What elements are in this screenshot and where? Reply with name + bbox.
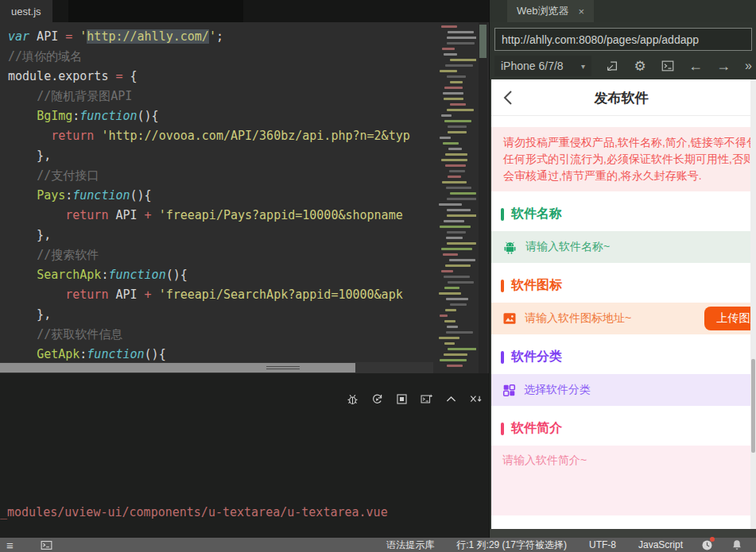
code-editor[interactable]: var API = 'http://ahlly.com/';//填你的域名mod…: [0, 22, 433, 362]
category-placeholder: 选择软件分类: [524, 383, 591, 397]
app-icon-placeholder: 请输入软件图标地址~: [525, 311, 631, 326]
editor-horizontal-scrollbar[interactable]: [0, 362, 433, 373]
intro-textarea[interactable]: 请输入软件简介~: [491, 446, 751, 515]
image-icon: [502, 311, 517, 326]
section-app-icon: 软件图标 请输入软件图标地址~ 上传图片: [491, 263, 751, 334]
section-bar: [501, 208, 504, 221]
category-select[interactable]: 选择软件分类: [491, 374, 751, 406]
app-name-input[interactable]: 请输入软件名称~: [491, 231, 751, 263]
terminal-icon[interactable]: [661, 59, 675, 73]
console-panel: _modules/uview-ui/components/u-textarea/…: [0, 373, 489, 538]
syntax-library-status[interactable]: 语法提示库: [386, 538, 434, 552]
section-label: 软件名称: [511, 206, 562, 222]
chevron-down-icon: ▾: [581, 62, 585, 71]
code-minimap[interactable]: [436, 25, 476, 370]
mobile-page: 发布软件 请勿投稿严重侵权产品,软件名称,简介,链接等不得包括任何形式的引流行为…: [491, 79, 751, 529]
android-icon: [502, 240, 518, 255]
editor-tab-label: uest.js: [11, 6, 41, 17]
device-selector-value: iPhone 6/7/8: [501, 60, 564, 72]
app-icon-url-input[interactable]: 请输入软件图标地址~ 上传图片: [491, 303, 751, 334]
preview-scrollbar[interactable]: [750, 79, 756, 529]
editor-tab-request-js[interactable]: uest.js: [0, 0, 52, 22]
editor-horizontal-scrollbar-thumb[interactable]: [0, 363, 355, 373]
language-mode-status[interactable]: JavaScript: [638, 539, 683, 550]
section-bar: [501, 351, 504, 364]
minimap-column: [433, 22, 489, 373]
restart-icon[interactable]: [370, 392, 384, 406]
collapse-panel-icon[interactable]: [444, 392, 458, 406]
close-console-icon[interactable]: [469, 392, 483, 406]
section-app-name: 软件名称 请输入软件名称~: [491, 191, 751, 263]
section-bar: [501, 423, 504, 435]
warning-notice: 请勿投稿严重侵权产品,软件名称,简介,链接等不得包括任何形式的引流行为,必须保证…: [491, 127, 751, 191]
code-text: var API = 'http://ahlly.com/';//填你的域名mod…: [0, 22, 433, 362]
console-line: _modules/uview-ui/components/u-textarea/…: [0, 502, 388, 523]
section-bar: [501, 280, 504, 292]
editor-pane: uest.js var API = 'http://ahlly.com/';//…: [0, 0, 489, 538]
settings-gear-icon[interactable]: ⚙: [633, 59, 647, 73]
section-app-intro: 软件简介 请输入软件简介~: [491, 406, 751, 515]
stop-icon[interactable]: [395, 392, 409, 406]
intro-placeholder: 请输入软件简介~: [502, 454, 587, 466]
hbuilderx-window: uest.js var API = 'http://ahlly.com/';//…: [0, 0, 756, 552]
forward-arrow-icon[interactable]: →: [716, 59, 731, 73]
notification-badge: [710, 537, 715, 542]
preview-scrollbar-thumb[interactable]: [751, 359, 755, 453]
app-name-placeholder: 请输入软件名称~: [525, 240, 610, 254]
open-external-window-icon[interactable]: [605, 59, 619, 73]
bell-icon[interactable]: [731, 538, 743, 551]
cursor-position-status[interactable]: 行:1 列:29 (17字符被选择): [456, 538, 567, 552]
more-tools-icon[interactable]: »: [745, 59, 752, 73]
section-app-screenshot: 软件截图: [491, 515, 751, 529]
debug-bug-icon[interactable]: [346, 392, 359, 406]
section-app-category: 软件分类 选择软件分类: [491, 334, 751, 406]
editor-vertical-scrollbar[interactable]: [479, 22, 487, 373]
page-preview: 发布软件 请勿投稿严重侵权产品,软件名称,简介,链接等不得包括任何形式的引流行为…: [491, 79, 751, 529]
outline-toggle-icon[interactable]: ≡: [6, 538, 14, 552]
scrollbar-grip: [266, 365, 300, 370]
back-arrow-icon[interactable]: ←: [688, 59, 703, 73]
upload-image-button[interactable]: 上传图片: [704, 307, 751, 330]
editor-vertical-scrollbar-thumb[interactable]: [479, 25, 487, 58]
browser-tab-label: Web浏览器: [517, 4, 569, 18]
page-title: 发布软件: [491, 79, 751, 116]
section-label: 软件分类: [511, 349, 562, 365]
browser-tabbar: Web浏览器 ×: [490, 0, 756, 22]
browser-tab[interactable]: Web浏览器 ×: [507, 0, 594, 22]
status-bar: ≡ 语法提示库 行:1 列:29 (17字符被选择) UTF-8 JavaScr…: [0, 538, 756, 552]
close-tab-icon[interactable]: ×: [579, 6, 585, 17]
section-label: 软件图标: [511, 277, 562, 294]
web-browser-pane: Web浏览器 × iPhone 6/7/8 ▾ ⚙ ←: [489, 0, 756, 538]
address-bar: [494, 28, 752, 51]
browser-toolbar: iPhone 6/7/8 ▾ ⚙ ← → »: [494, 54, 752, 78]
tabbar-shadow: [68, 0, 243, 22]
section-label: 软件简介: [511, 420, 562, 437]
new-terminal-icon[interactable]: [420, 392, 433, 406]
editor-tabbar: uest.js: [0, 0, 489, 22]
console-toolbar: [346, 392, 483, 406]
encoding-status[interactable]: UTF-8: [589, 539, 616, 550]
update-clock-icon[interactable]: [700, 538, 713, 551]
terminal-icon[interactable]: [41, 538, 53, 551]
preview-bottom-strip: [490, 529, 756, 538]
grid-icon: [502, 384, 516, 397]
mobile-navbar: 发布软件: [491, 79, 751, 116]
device-selector[interactable]: iPhone 6/7/8 ▾: [494, 56, 591, 76]
url-input[interactable]: [494, 28, 752, 51]
